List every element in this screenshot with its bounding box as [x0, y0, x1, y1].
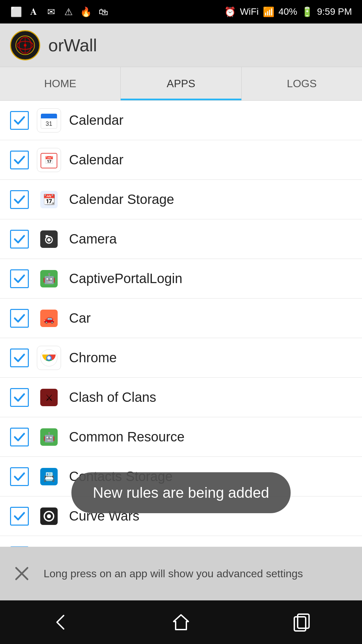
svg-text:🚗: 🚗: [44, 313, 55, 324]
svg-text:🤖: 🤖: [43, 432, 55, 443]
status-icons-right: ⏰ WiFi 📶 40% 🔋 9:59 PM: [224, 6, 352, 17]
app-name-6: Chrome: [69, 350, 117, 365]
tab-home[interactable]: HOME: [0, 67, 121, 100]
signal-icon: 📶: [263, 6, 275, 17]
bottom-nav: [0, 600, 362, 644]
app-icon-2: 📆: [37, 187, 61, 212]
app-name-0: Calendar: [69, 113, 123, 128]
app-logo: [10, 30, 40, 60]
list-item[interactable]: Chrome: [0, 338, 362, 378]
mail-icon: ✉: [45, 6, 57, 18]
app-name-2: Calendar Storage: [69, 192, 174, 207]
app-checkbox-6[interactable]: [10, 348, 29, 367]
svg-text:📆: 📆: [43, 194, 56, 206]
app-checkbox-9[interactable]: [10, 467, 29, 486]
svg-text:📇: 📇: [43, 471, 55, 482]
tab-apps[interactable]: APPS: [121, 67, 241, 100]
svg-text:🤖: 🤖: [43, 273, 56, 285]
text-icon: 𝐀: [27, 6, 40, 18]
list-item[interactable]: 🚗 Car: [0, 299, 362, 338]
status-bar: ⬜ 𝐀 ✉ ⚠ 🔥 🛍 ⏰ WiFi 📶 40% 🔋 9:59 PM: [0, 0, 362, 23]
toast-message: New rules are being added: [71, 472, 291, 513]
app-checkbox-3[interactable]: [10, 230, 29, 249]
svg-text:⚔: ⚔: [45, 393, 53, 403]
app-icon-0: 31: [37, 108, 61, 132]
list-item[interactable]: 🤖 CaptivePortalLogin: [0, 259, 362, 299]
screen-icon: ⬜: [10, 6, 22, 18]
app-icon-3: [37, 227, 61, 251]
app-icon-7: ⚔: [37, 385, 61, 410]
app-icon-4: 🤖: [37, 267, 61, 291]
svg-marker-41: [174, 615, 188, 630]
app-checkbox-5[interactable]: [10, 309, 29, 328]
bag-icon: 🛍: [97, 6, 109, 18]
app-checkbox-4[interactable]: [10, 269, 29, 288]
app-icon-5: 🚗: [37, 306, 61, 330]
app-name-7: Clash of Clans: [69, 390, 156, 405]
list-item[interactable]: 31 Calendar: [0, 101, 362, 140]
tab-logs[interactable]: LOGS: [242, 67, 362, 100]
svg-point-25: [47, 356, 51, 360]
app-icon-8: 🤖: [37, 425, 61, 449]
app-name-1: Calendar: [69, 152, 123, 167]
flame-icon: 🔥: [80, 6, 92, 18]
alert-icon: ⚠: [62, 6, 74, 18]
hint-text: Long press on an app will show you advan…: [44, 566, 303, 581]
time: 9:59 PM: [317, 6, 352, 17]
svg-rect-16: [46, 235, 48, 237]
app-icon-10: [37, 504, 61, 528]
app-checkbox-0[interactable]: [10, 111, 29, 130]
svg-text:31: 31: [46, 120, 52, 127]
list-item[interactable]: 🤖 Common Resource: [0, 417, 362, 457]
wifi-icon: WiFi: [240, 6, 259, 17]
app-icon-1: 📅: [37, 148, 61, 172]
svg-text:📅: 📅: [45, 156, 54, 165]
svg-point-34: [47, 514, 51, 518]
back-button[interactable]: [47, 609, 74, 636]
alarm-icon: ⏰: [224, 6, 236, 17]
status-icons-left: ⬜ 𝐀 ✉ ⚠ 🔥 🛍: [10, 6, 109, 18]
svg-rect-7: [41, 116, 57, 118]
close-hint-button[interactable]: [10, 562, 34, 585]
app-name-4: CaptivePortalLogin: [69, 271, 182, 286]
recents-button[interactable]: [288, 609, 315, 636]
app-name-8: Common Resource: [69, 429, 185, 444]
app-checkbox-2[interactable]: [10, 190, 29, 209]
list-item[interactable]: ⚔ Clash of Clans: [0, 378, 362, 417]
list-item[interactable]: Camera: [0, 219, 362, 259]
app-checkbox-1[interactable]: [10, 151, 29, 169]
app-checkbox-8[interactable]: [10, 428, 29, 446]
bottom-hint: Long press on an app will show you advan…: [0, 547, 362, 600]
list-item[interactable]: 📅 Calendar: [0, 140, 362, 180]
app-icon-9: 📇: [37, 465, 61, 489]
battery-percent: 40%: [279, 6, 297, 17]
battery-icon: 🔋: [301, 6, 313, 17]
app-title: orWall: [48, 35, 97, 55]
app-name-5: Car: [69, 311, 90, 326]
app-icon-6: [37, 346, 61, 370]
home-button[interactable]: [168, 609, 194, 636]
svg-point-15: [47, 238, 51, 241]
list-item[interactable]: 📆 Calendar Storage: [0, 180, 362, 219]
app-bar: orWall: [0, 23, 362, 67]
app-name-3: Camera: [69, 231, 117, 247]
app-checkbox-7[interactable]: [10, 388, 29, 407]
tab-bar: HOME APPS LOGS: [0, 67, 362, 101]
app-checkbox-10[interactable]: [10, 507, 29, 526]
